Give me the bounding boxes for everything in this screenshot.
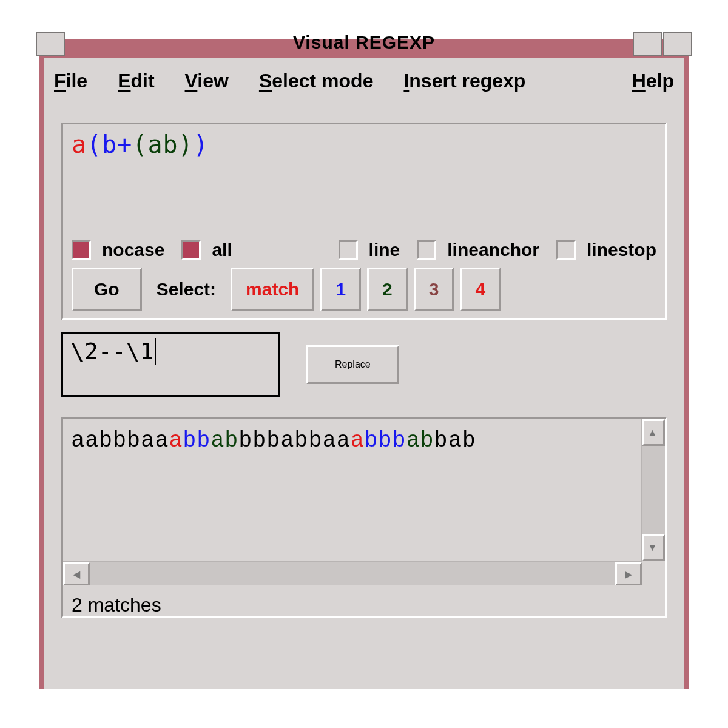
scroll-track[interactable] — [642, 446, 665, 534]
select-buttons: match1234 — [231, 268, 500, 311]
select-button-2[interactable]: 2 — [367, 268, 408, 311]
checkbox-lineanchor[interactable] — [417, 240, 436, 260]
checkbox-linestop[interactable] — [556, 240, 576, 260]
checkbox-nocase[interactable] — [72, 240, 91, 260]
scroll-track-h[interactable] — [90, 562, 615, 585]
window-menu-button[interactable] — [36, 32, 65, 56]
window-body: File Edit View Select mode Insert regexp… — [44, 58, 684, 689]
go-button[interactable]: Go — [72, 268, 142, 311]
select-button-3[interactable]: 3 — [414, 268, 454, 311]
regex-input[interactable]: a(b+(ab)) — [63, 124, 665, 240]
sample-text[interactable]: aabbbaaabbabbbbabbaaabbbabbab — [63, 419, 642, 561]
label-lineanchor: lineanchor — [447, 240, 539, 260]
select-button-1[interactable]: 1 — [320, 268, 361, 311]
replace-button[interactable]: Replace — [306, 345, 399, 384]
replace-value: \2--\1 — [70, 338, 153, 365]
minimize-button[interactable] — [633, 32, 662, 56]
label-nocase: nocase — [102, 240, 164, 260]
replace-row: \2--\1 Replace — [61, 332, 667, 397]
action-row: Go Select: match1234 — [63, 268, 665, 318]
menu-insert-regexp[interactable]: Insert regexp — [403, 70, 525, 92]
label-line: line — [369, 240, 400, 260]
menu-view[interactable]: View — [185, 70, 229, 92]
menu-edit[interactable]: Edit — [118, 70, 154, 92]
scroll-down-icon[interactable]: ▼ — [642, 534, 665, 561]
label-linestop: linestop — [587, 240, 656, 260]
replace-input[interactable]: \2--\1 — [61, 332, 280, 397]
select-button-4[interactable]: 4 — [460, 268, 500, 311]
menu-file[interactable]: File — [54, 70, 87, 92]
menubar: File Edit View Select mode Insert regexp… — [44, 58, 684, 104]
scroll-up-icon[interactable]: ▲ — [642, 419, 665, 446]
maximize-button[interactable] — [663, 32, 692, 56]
regex-panel: a(b+(ab)) nocase all line lineanchor lin… — [61, 123, 667, 320]
sample-panel: aabbbaaabbabbbbabbaaabbbabbab ▲ ▼ ◀ ▶ 2 … — [61, 417, 667, 618]
titlebar: Visual REGEXP — [39, 39, 689, 58]
checkbox-all[interactable] — [181, 240, 201, 260]
scroll-left-icon[interactable]: ◀ — [63, 562, 90, 585]
checkbox-line[interactable] — [339, 240, 358, 260]
menu-help[interactable]: Help — [632, 70, 674, 92]
vertical-scrollbar[interactable]: ▲ ▼ — [642, 419, 665, 561]
select-button-match[interactable]: match — [231, 268, 314, 311]
label-all: all — [212, 240, 232, 260]
window-title: Visual REGEXP — [293, 32, 435, 52]
menu-select-mode[interactable]: Select mode — [259, 70, 374, 92]
status-text: 2 matches — [63, 585, 665, 616]
scroll-right-icon[interactable]: ▶ — [615, 562, 642, 585]
text-cursor — [155, 338, 156, 365]
select-label: Select: — [157, 279, 216, 300]
horizontal-scrollbar[interactable]: ◀ ▶ — [63, 561, 642, 585]
flags-row: nocase all line lineanchor linestop — [63, 240, 665, 268]
